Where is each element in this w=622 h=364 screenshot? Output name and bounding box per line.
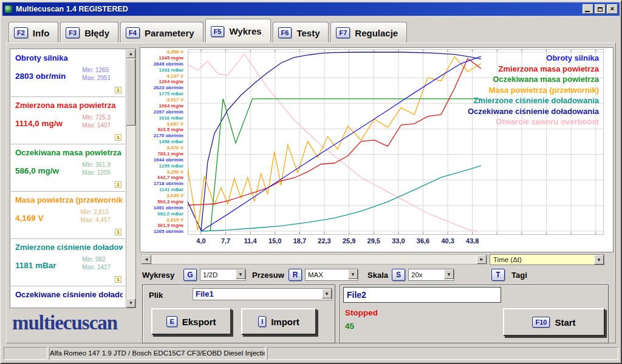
y-axis-label: 502,3 mg/w [140,199,183,205]
chart-hscrollbar[interactable]: ◄ ► [141,254,487,265]
restore-button[interactable] [595,4,606,14]
tab-label: Info [33,28,50,38]
chevron-down-icon[interactable]: ▼ [444,269,454,279]
y-axis-label: 2397 obr/min [140,109,183,115]
scrollbar-thumb[interactable] [126,59,135,126]
param-title: Zmierzone ciśnienie doładowania [15,243,123,252]
y-axis-label: 4,137 V [140,73,183,79]
chevron-down-icon[interactable]: ▼ [348,269,358,279]
y-axis-label: 1933 mBar [140,67,183,73]
s-key-button[interactable]: S [392,269,405,281]
fkey-badge: F5 [211,26,225,37]
tab-bledy[interactable]: F3 Błędy [60,22,118,43]
scroll-right-button[interactable]: ► [477,255,487,264]
tab-parametery[interactable]: F4 Parametery [120,22,203,43]
przesuw-select[interactable]: MAX ▼ [305,269,358,281]
fkey-badge: F3 [66,27,80,38]
tab-regulacje[interactable]: F7 Regulacje [330,22,407,43]
sidebar-scrollbar[interactable]: ▲ ▼ [126,49,135,308]
tagi-label: Tagi [511,271,527,280]
window-title: Multiecuscan 1.4 REGISTERED [16,5,581,13]
x-axis-label: 7,7 [217,237,235,244]
param-card-masa-przetwornik[interactable]: Masa powietrza (przetwornik) 4,169 V Min… [11,192,125,239]
tab-label: Regulacje [355,28,398,38]
y-axis-label: 2,815 V [140,217,183,223]
minimize-icon [585,11,590,12]
t-key-button[interactable]: T [491,269,505,281]
minimize-button[interactable] [583,4,593,14]
scroll-left-button[interactable]: ◄ [142,255,151,264]
r-key-button[interactable]: R [289,269,302,281]
param-minmax: Min: 1265 Max: 2951 [82,66,111,82]
skala-label: Skala [367,271,388,280]
param-min: Min: 982 [82,255,111,263]
param-minmax: Min: 2,815 Max: 4,457 [81,208,111,224]
param-value: 1114,0 mg/w [15,119,63,128]
start-button[interactable]: F10 Start [503,308,605,336]
x-axis-label: 11,4 [241,237,259,244]
x-axis-label: 22,3 [315,237,333,244]
param-title: Oczekiwane ciśnienie doładowania [15,290,123,299]
y-axis-label: 3,256 V [140,169,183,175]
y-axis-label: 1458 mBar [140,139,183,145]
y-axis-label: 1718 obr/min [140,181,183,187]
y-axis-label: 1204 mg/w [140,79,183,85]
tab-testy[interactable]: F6 Testy [273,22,329,43]
time-axis-select[interactable]: Time (Δt) ▼ [490,254,604,265]
param-card-zmierzone-cisnienie[interactable]: Zmierzone ciśnienie doładowania 1181 mBa… [11,239,125,286]
przesuw-label: Przesuw [252,271,284,280]
param-card-zmierzona-masa[interactable]: Zmierzona masa powietrza 1114,0 mg/w Min… [11,97,125,144]
x-axis-label: 40,3 [439,237,457,244]
import-button[interactable]: I Import [241,308,316,335]
y-axis-label: 2623 obr/min [140,85,183,91]
y-axis-label: 3,035 V [140,193,183,199]
eksport-button[interactable]: E Eksport [151,308,231,335]
fkey-badge: I [258,316,266,327]
chevron-down-icon[interactable]: ▼ [236,269,245,279]
param-card-obroty[interactable]: Obroty silnika 2803 obr/min Min: 1265 Ma… [11,50,125,97]
series-mbar [201,166,481,231]
chart-plot[interactable]: Obroty silnikaZmierzona masa powietrzaOc… [188,49,604,235]
param-card-oczekiwane-cisnienie[interactable]: Oczekiwane ciśnienie doładowania [11,286,125,307]
time-axis-value: Time (Δt) [493,256,522,263]
plik-label: Plik [149,291,163,300]
legend-item: Oczekiwana masa powietrza [468,74,599,85]
param-value: 4,169 V [15,214,44,223]
param-min: Min: 1265 [82,66,111,74]
scroll-up-button[interactable]: ▲ [126,49,135,58]
wykresy-select[interactable]: 1/2D ▼ [200,269,246,281]
chevron-down-icon[interactable]: ▼ [594,255,604,265]
status-cell-spare [267,347,618,360]
param-card-oczekiwana-masa[interactable]: Oczekiwana masa powietrza 586,0 mg/w Min… [11,144,125,192]
eksport-label: Eksport [182,317,216,327]
param-min: Min: 725,3 [82,113,111,121]
skala-select[interactable]: 20x ▼ [408,269,454,281]
param-minmax: Min: 982 Max: 1427 [82,255,111,271]
param-max: Max: 2951 [82,74,111,82]
close-button[interactable]: × [607,4,618,14]
y-axis-label: 1141 mBar [140,187,183,193]
series-volt [188,56,481,231]
fkey-badge: F6 [278,27,292,38]
scroll-down-button[interactable]: ▼ [126,298,135,308]
fkey-badge: F7 [336,27,350,38]
y-axis-label: 642,7 mg/w [140,175,183,181]
file-select[interactable]: File1 ▼ [193,288,332,300]
g-key-button[interactable]: G [183,269,197,281]
tab-info[interactable]: F2 Info [9,22,58,43]
tab-wykres[interactable]: F5 Wykres [205,19,271,43]
file-groupbox: Plik File1 ▼ E Eksport I Import [142,285,335,343]
file2-field[interactable]: File2 [343,287,501,303]
chevron-down-icon[interactable]: ▼ [322,289,332,298]
y-axis-label: 982,0 mBar [140,211,183,217]
series-mgw [188,59,481,206]
title-bar[interactable]: Multiecuscan 1.4 REGISTERED × [2,2,620,16]
app-icon [4,5,13,13]
app-window: Multiecuscan 1.4 REGISTERED × F2 Info F3… [0,0,622,364]
parameter-cards: Obroty silnika 2803 obr/min Min: 1265 Ma… [11,50,125,307]
param-minmax: Min: 725,3 Max: 1407 [82,113,111,129]
sample-counter: 45 [345,322,354,331]
x-axis-label: 36,6 [414,237,432,244]
param-min: Min: 2,815 [81,208,111,216]
param-badge: 1 [115,181,121,188]
